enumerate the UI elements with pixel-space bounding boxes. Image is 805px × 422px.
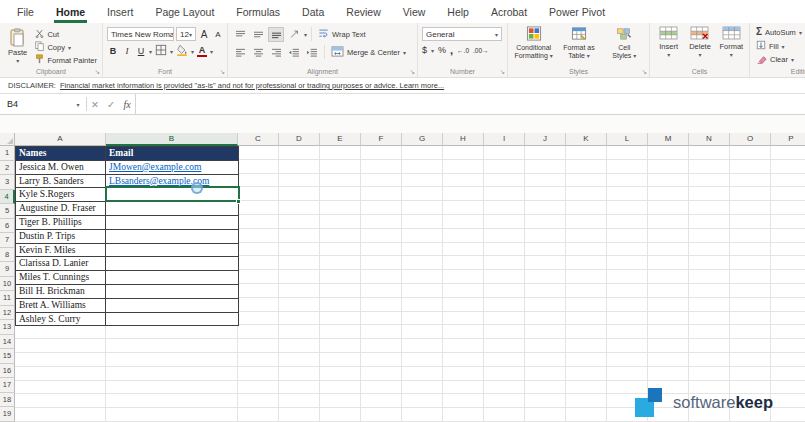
grid-cell-O7[interactable]	[730, 229, 771, 243]
column-header-O[interactable]: O	[730, 133, 771, 146]
grid-cell-I18[interactable]	[484, 381, 525, 395]
format-cells-button[interactable]: Format ▾	[717, 26, 746, 66]
grid-cell-E11[interactable]	[320, 284, 361, 298]
grid-cell-P12[interactable]	[771, 298, 805, 312]
grid-cell-F5[interactable]	[361, 201, 402, 215]
grid-cell-C9[interactable]	[238, 256, 279, 270]
name-cell-A2[interactable]: Jessica M. Owen	[15, 161, 106, 175]
grid-cell-E6[interactable]	[320, 215, 361, 229]
grid-cell-E5[interactable]	[320, 201, 361, 215]
increase-decimal-button[interactable]: ←.0	[457, 47, 469, 54]
column-header-J[interactable]: J	[525, 133, 566, 146]
grid-cell-F14[interactable]	[361, 325, 402, 339]
grid-cell-P11[interactable]	[771, 284, 805, 298]
grid-cell-L4[interactable]	[607, 187, 648, 201]
grid-cell-O11[interactable]	[730, 284, 771, 298]
grid-cell-C13[interactable]	[238, 312, 279, 326]
grid-cell-C7[interactable]	[238, 229, 279, 243]
wrap-text-button[interactable]: Wrap Text	[316, 28, 368, 41]
grid-cell-G15[interactable]	[402, 339, 443, 353]
orientation-button[interactable]	[286, 27, 302, 42]
grid-cell-B16[interactable]	[106, 353, 238, 367]
align-center-button[interactable]	[250, 45, 266, 60]
grid-cell-N4[interactable]	[689, 187, 730, 201]
grid-cell-F12[interactable]	[361, 298, 402, 312]
grid-cell-D16[interactable]	[279, 353, 320, 367]
grid-cell-P4[interactable]	[771, 187, 805, 201]
grid-cell-L13[interactable]	[607, 312, 648, 326]
grid-cell-I11[interactable]	[484, 284, 525, 298]
row-header-18[interactable]: 18	[0, 393, 15, 408]
grid-cell-H4[interactable]	[443, 187, 484, 201]
enter-icon[interactable]: ✓	[103, 99, 119, 110]
cancel-icon[interactable]: ✕	[87, 99, 103, 110]
grid-cell-C1[interactable]	[238, 146, 279, 160]
grid-cell-J16[interactable]	[525, 353, 566, 367]
font-size-combo[interactable]: 12 ▾	[176, 27, 196, 41]
copy-dropdown-arrow[interactable]: ▾	[68, 44, 71, 51]
grid-cell-G4[interactable]	[402, 187, 443, 201]
grid-cell-N12[interactable]	[689, 298, 730, 312]
row-header-10[interactable]: 10	[0, 277, 15, 292]
format-painter-button[interactable]: Format Painter	[33, 54, 99, 66]
row-header-19[interactable]: 19	[0, 407, 15, 422]
grid-cell-H18[interactable]	[443, 381, 484, 395]
grid-cell-M5[interactable]	[648, 201, 689, 215]
grid-cell-P17[interactable]	[771, 367, 805, 381]
grid-cell-I5[interactable]	[484, 201, 525, 215]
grid-cell-E19[interactable]	[320, 394, 361, 408]
column-header-I[interactable]: I	[484, 133, 525, 146]
paste-button[interactable]: Paste ▾	[4, 26, 31, 66]
align-left-button[interactable]	[232, 45, 248, 60]
grid-cell-P16[interactable]	[771, 353, 805, 367]
grid-cell-F13[interactable]	[361, 312, 402, 326]
align-top-button[interactable]	[232, 27, 248, 42]
grid-cell-H5[interactable]	[443, 201, 484, 215]
grid-cell-D17[interactable]	[279, 367, 320, 381]
grid-cell-G8[interactable]	[402, 243, 443, 257]
grid-cell-J1[interactable]	[525, 146, 566, 160]
grid-cell-I17[interactable]	[484, 367, 525, 381]
grid-cell-C5[interactable]	[238, 201, 279, 215]
grid-cell-L6[interactable]	[607, 215, 648, 229]
decrease-indent-button[interactable]	[286, 45, 302, 60]
grid-cell-D12[interactable]	[279, 298, 320, 312]
grid-cell-H17[interactable]	[443, 367, 484, 381]
grid-cell-D2[interactable]	[279, 160, 320, 174]
font-color-dropdown-arrow[interactable]: ▾	[210, 48, 213, 55]
grid-cell-M3[interactable]	[648, 174, 689, 188]
decrease-font-size-button[interactable]: A	[212, 27, 224, 41]
grid-cell-K20[interactable]	[566, 408, 607, 422]
grid-cell-J14[interactable]	[525, 325, 566, 339]
grid-cell-L5[interactable]	[607, 201, 648, 215]
column-header-C[interactable]: C	[238, 133, 279, 146]
number-format-combo[interactable]: General ▾	[422, 27, 502, 41]
name-cell-A11[interactable]: Bill H. Brickman	[15, 285, 106, 299]
grid-cell-I14[interactable]	[484, 325, 525, 339]
tab-view[interactable]: View	[392, 0, 437, 23]
grid-cell-P5[interactable]	[771, 201, 805, 215]
email-cell-B13[interactable]	[106, 313, 239, 327]
name-cell-A8[interactable]: Kevin F. Miles	[15, 244, 106, 258]
email-cell-B10[interactable]	[106, 271, 239, 285]
conditional-formatting-button[interactable]: Conditional Formatting ▾	[512, 26, 555, 66]
row-header-15[interactable]: 15	[0, 349, 15, 364]
column-header-E[interactable]: E	[320, 133, 361, 146]
grid-cell-K2[interactable]	[566, 160, 607, 174]
grid-cell-H9[interactable]	[443, 256, 484, 270]
email-cell-B3[interactable]: LBsanders@example.com	[106, 175, 239, 189]
grid-cell-A15[interactable]	[15, 339, 106, 353]
grid-cell-O10[interactable]	[730, 270, 771, 284]
grid-cell-J17[interactable]	[525, 367, 566, 381]
grid-cell-C4[interactable]	[238, 187, 279, 201]
row-header-2[interactable]: 2	[0, 161, 15, 176]
row-header-6[interactable]: 6	[0, 219, 15, 234]
row-header-3[interactable]: 3	[0, 175, 15, 190]
grid-cell-E10[interactable]	[320, 270, 361, 284]
disclaimer-link[interactable]: Financial market information is provided…	[60, 81, 444, 90]
grid-cell-C6[interactable]	[238, 215, 279, 229]
decrease-decimal-button[interactable]: .00→	[473, 47, 489, 54]
bold-button[interactable]: B	[107, 44, 119, 58]
format-as-table-button[interactable]: Format as Table ▾	[557, 26, 600, 66]
merge-center-button[interactable]: Merge & Center ▾	[329, 46, 408, 59]
